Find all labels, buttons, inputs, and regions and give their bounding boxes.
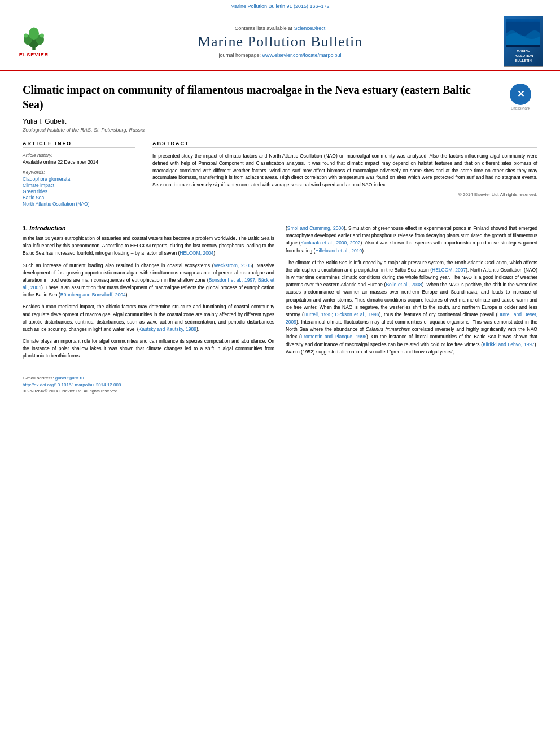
author-name: Yulia I. Gubelit xyxy=(23,117,537,125)
journal-cover-text: MARINE POLLUTION BULLETIN xyxy=(514,49,533,63)
kautsky-link[interactable]: Kautsky and Kautsky, 1989 xyxy=(139,326,196,332)
col-left: 1. Introduction In the last 30 years eut… xyxy=(23,225,274,394)
keywords-heading: Keywords: xyxy=(23,169,135,175)
fromentin-link[interactable]: Fromentin and Planque, 1996 xyxy=(301,334,366,339)
hillebrand-link[interactable]: Hillebrand et al., 2010 xyxy=(315,248,362,254)
footnote-area: E-mail address: gubelit@list.ru http://d… xyxy=(23,372,274,394)
helcom-2007-link[interactable]: HELCOM, 2007 xyxy=(432,267,466,273)
intro-para3: Besides human mediated impact, the abiot… xyxy=(23,303,274,333)
email-label: E-mail address: xyxy=(23,375,54,381)
article-info-heading: ARTICLE INFO xyxy=(23,141,135,148)
abstract-text: In presented study the impact of climati… xyxy=(152,152,537,189)
svg-point-5 xyxy=(24,33,28,37)
helcom-2004-link[interactable]: HELCOM, 2004 xyxy=(180,250,213,256)
intro-section-title: 1. Introduction xyxy=(23,225,274,231)
weckstrom-link[interactable]: Weckström, 2005 xyxy=(213,263,251,268)
doi-link[interactable]: http://dx.doi.org/10.1016/j.marpolbul.20… xyxy=(23,382,274,387)
bolle-link[interactable]: Bolle et al., 2008 xyxy=(386,282,422,287)
svg-point-4 xyxy=(29,27,39,40)
and-text: and xyxy=(405,349,413,355)
sciencedirect-line: Contents lists available at ScienceDirec… xyxy=(56,25,504,31)
crossmark-label: CrossMark xyxy=(511,106,530,110)
journal-cover-image: MARINE POLLUTION BULLETIN xyxy=(504,16,543,67)
ronnberg-link[interactable]: Rönnberg and Bonsdorff, 2004 xyxy=(60,292,126,298)
hurrell-link[interactable]: Hurrell, 1995; Dickson et al., 1996 xyxy=(304,312,379,317)
keyword-5: North Atlantic Oscillation (NAO) xyxy=(23,201,135,207)
elsevier-tree-icon xyxy=(17,25,51,51)
intro-para1: In the last 30 years eutrophication of e… xyxy=(23,235,274,257)
article-available-online: Available online 22 December 2014 xyxy=(23,159,135,165)
article-body: Climatic impact on community of filament… xyxy=(0,71,560,405)
email-link[interactable]: gubelit@list.ru xyxy=(55,375,84,381)
smol-link[interactable]: Smol and Cumming, 2000 xyxy=(287,225,344,231)
intro-para2: Such an increase of nutrient loading als… xyxy=(23,262,274,299)
keyword-4: Baltic Sea xyxy=(23,195,135,200)
journal-title: Marine Pollution Bulletin xyxy=(56,33,504,50)
abstract-heading: ABSTRACT xyxy=(152,141,537,148)
article-info-section: ARTICLE INFO Article history: Available … xyxy=(23,141,135,207)
journal-header-center: Contents lists available at ScienceDirec… xyxy=(56,25,504,58)
kankaala-link[interactable]: Kankaala et al., 2000, 2002 xyxy=(301,240,361,246)
author-affiliation: Zoological Institute of the RAS, St. Pet… xyxy=(23,127,537,133)
abstract-copyright: © 2014 Elsevier Ltd. All rights reserved… xyxy=(152,192,537,197)
cover-ocean-icon xyxy=(506,22,540,45)
intro-para4: Climate plays an important role for alga… xyxy=(23,338,274,360)
abstract-section: ABSTRACT In presented study the impact o… xyxy=(152,141,537,207)
keyword-1: Cladophora glomerata xyxy=(23,176,135,182)
crossmark-badge[interactable]: ✕ CrossMark xyxy=(504,82,537,111)
keyword-2: Climate impact xyxy=(23,182,135,188)
article-history-label: Article history: xyxy=(23,152,135,158)
sciencedirect-link[interactable]: ScienceDirect xyxy=(294,25,326,31)
footer-copyright: 0025-326X/© 2014 Elsevier Ltd. All right… xyxy=(23,388,274,394)
elsevier-label: ELSEVIER xyxy=(19,52,49,58)
article-info-abstract-container: ARTICLE INFO Article history: Available … xyxy=(23,141,537,207)
right-para1: (Smol and Cumming, 2000). Simulation of … xyxy=(286,225,537,255)
section-divider xyxy=(23,219,537,219)
kiirikki-link[interactable]: Kiirikki and Lehvo, 1997 xyxy=(483,342,535,347)
article-title: Climatic impact on community of filament… xyxy=(23,82,537,112)
email-footnote: E-mail address: gubelit@list.ru xyxy=(23,375,274,381)
right-para2: The climate of the Baltic Sea is influen… xyxy=(286,259,537,356)
svg-point-6 xyxy=(40,33,44,37)
elsevier-logo: ELSEVIER xyxy=(11,25,56,58)
keywords-section: Keywords: Cladophora glomerata Climate i… xyxy=(23,169,135,207)
col-right: (Smol and Cumming, 2000). Simulation of … xyxy=(286,225,537,394)
journal-top-bar: Marine Pollution Bulletin 91 (2015) 166–… xyxy=(0,0,560,10)
bonsdorff-link[interactable]: Bonsdorff et al., 1997; Bäck et al., 200… xyxy=(23,277,274,290)
article-two-col: 1. Introduction In the last 30 years eut… xyxy=(23,225,537,394)
journal-volume-info: Marine Pollution Bulletin 91 (2015) 166–… xyxy=(230,3,329,9)
homepage-link[interactable]: www.elsevier.com/locate/marpolbul xyxy=(262,53,342,58)
journal-homepage: journal homepage: www.elsevier.com/locat… xyxy=(56,53,504,58)
crossmark-icon: ✕ xyxy=(510,84,531,105)
journal-header: ELSEVIER Contents lists available at Sci… xyxy=(0,10,560,71)
keyword-3: Green tides xyxy=(23,189,135,194)
